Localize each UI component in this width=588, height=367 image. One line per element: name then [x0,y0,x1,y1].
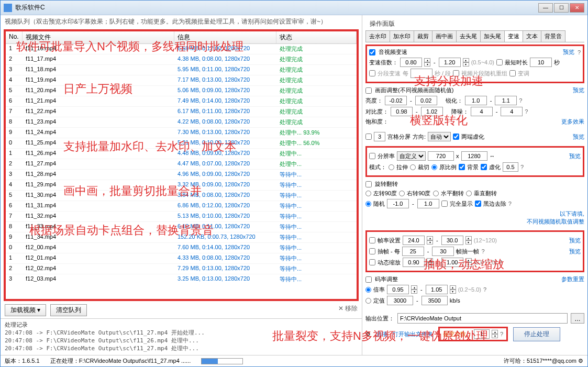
clear-queue-button[interactable]: 清空队列 [50,304,87,316]
tab-0[interactable]: 去水印 [365,30,390,42]
maximize-button[interactable]: ☐ [554,3,569,13]
left90-radio[interactable] [365,191,371,196]
tone-checkbox[interactable] [509,70,516,76]
load-video-button[interactable]: 加载视频 [5,304,46,316]
help-icon[interactable]: ? [483,286,486,293]
table-row[interactable]: 0f12_00.mp47.60 MB, 0:14.00, 1280x720等待中… [6,243,357,253]
tab-7[interactable]: 文本 [523,30,541,42]
open-folder-link[interactable]: 打开输出文件夹 [393,330,433,338]
stretch-radio[interactable] [389,164,394,170]
minlen-input[interactable] [530,58,552,67]
crop-radio[interactable] [410,164,416,170]
help-icon[interactable]: ? [500,331,503,337]
scale-from[interactable] [403,258,425,267]
grid-dir-select[interactable]: 自动 [428,132,451,141]
swap-icon[interactable]: ↔ [490,153,495,159]
hflip-radio[interactable] [433,191,439,196]
rotate-checkbox[interactable] [365,181,372,187]
denoise-from[interactable] [471,107,493,116]
tab-4[interactable]: 去头尾 [456,30,481,42]
table-row[interactable]: 5f11_20.mp45.06 MB, 0:09.00, 1280x720处理完… [6,86,357,96]
seg-speed-checkbox[interactable] [369,70,375,76]
col-header-status[interactable]: 状态 [276,31,357,43]
extract-checkbox[interactable] [369,248,375,254]
browse-button[interactable]: ... [571,313,584,324]
random-rot-radio[interactable] [365,201,371,207]
spinner[interactable]: ▴▾ [424,58,430,66]
close-button[interactable]: ✕ [570,3,584,13]
speed-to-input[interactable] [439,58,461,67]
help-icon[interactable]: ? [499,259,502,265]
table-row[interactable]: 2f11_27.mp44.47 MB, 0:07.00, 1280x720处理中… [6,159,357,170]
res-w-input[interactable] [428,151,454,161]
bright-to[interactable] [415,96,437,105]
blur-checkbox[interactable] [481,164,487,170]
fission-input[interactable] [474,329,490,339]
res-h-input[interactable] [461,151,487,161]
grid-num[interactable] [374,132,385,141]
help-icon[interactable]: ? [525,108,528,115]
keep-radio[interactable] [431,164,437,170]
table-row[interactable]: 7f11_22.mp46.17 MB, 0:11.00, 1280x720处理完… [6,107,357,117]
tab-3[interactable]: 画中画 [432,30,457,42]
fade-checkbox[interactable] [453,134,459,140]
tab-5[interactable]: 加头尾 [480,30,505,42]
table-row[interactable]: 9f11_34.mp4152.20 KB, 0:00.73, 1280x720等… [6,232,357,243]
bitrate-checkbox[interactable] [365,276,372,283]
table-row[interactable]: 1f11_26.mp44.48 MB, 0:09.00, 1280x720处理中… [6,149,357,159]
minlen-checkbox[interactable] [496,59,503,65]
denoise-to[interactable] [501,107,523,116]
fps-preview-link[interactable]: 预览 [569,237,581,244]
fixed-to[interactable] [421,296,448,305]
contrast-to[interactable] [421,107,443,116]
table-row[interactable]: 9f11_24.mp47.30 MB, 0:13.00, 1280x720处理中… [6,128,357,138]
table-row[interactable]: 5f11_30.mp43.84 MB, 0:08.00, 1280x720等待中… [6,191,357,201]
rate-radio[interactable] [365,287,371,293]
table-row[interactable]: 3f11_28.mp44.96 MB, 0:09.00, 1280x720等待中… [6,170,357,180]
minimize-button[interactable]: — [538,3,553,13]
table-row[interactable]: 0f11_25.mp45.31 MB, 0:10.00, 1280x720处理中… [6,138,357,149]
help-icon[interactable]: ? [519,97,522,104]
help-icon[interactable]: ? [481,248,484,254]
adjust-preview-link[interactable]: 预览 [573,86,584,94]
rate-to[interactable] [426,285,448,294]
grid-checkbox[interactable] [365,134,372,140]
tab-6[interactable]: 变速 [504,30,523,42]
res-checkbox[interactable] [369,153,375,159]
scale-to[interactable] [441,258,463,267]
border-checkbox[interactable] [475,201,481,207]
rot-to[interactable] [417,199,439,208]
speed-checkbox[interactable] [369,49,375,55]
table-row[interactable]: 4f11_29.mp43.32 MB, 0:09.00, 1280x720等待中… [6,180,357,191]
res-preview-link[interactable]: 预览 [569,152,581,160]
table-row[interactable]: 3f11_18.mp45.95 MB, 0:11.00, 1280x720处理完… [6,65,357,75]
table-row[interactable]: 2f12_02.mp47.29 MB, 0:13.00, 1280x720等待中… [6,264,357,274]
extract-to[interactable] [432,247,454,256]
fixed-radio[interactable] [365,298,371,304]
table-row[interactable]: 7f11_32.mp45.13 MB, 0:10.00, 1280x720等待中… [6,212,357,222]
full-checkbox[interactable] [441,201,448,207]
table-row[interactable]: 1f11_16.mp46.59 MB, 0:12.00, 1280x720处理完… [6,44,357,54]
blur-input[interactable] [503,162,518,172]
extract-preview-link[interactable]: 预览 [569,248,581,255]
table-row[interactable]: 6f11_21.mp47.49 MB, 0:14.00, 1280x720处理完… [6,96,357,107]
sharp-from[interactable] [465,96,487,105]
random-checkbox[interactable] [453,70,459,76]
param-reset-link[interactable]: 参数重置 [561,275,584,283]
table-row[interactable]: 4f11_19.mp47.17 MB, 0:13.00, 1280x720处理完… [6,75,357,86]
tab-2[interactable]: 裁剪 [414,30,432,42]
table-row[interactable]: 6f11_31.mp46.86 MB, 0:12.00, 1280x720等待中… [6,201,357,212]
col-header-file[interactable]: 视频文件 [23,31,174,43]
tab-8[interactable]: 背景音 [541,30,565,42]
remove-button[interactable]: ✕ 移除 [338,304,358,316]
stop-button[interactable]: 停止处理 [513,327,560,341]
bg-checkbox[interactable] [459,164,465,170]
options-link[interactable]: 选项 [376,330,387,338]
right90-radio[interactable] [399,191,405,196]
rot-from[interactable] [387,199,409,208]
speed-preview-link[interactable]: 预览 [563,48,574,56]
adjust-checkbox[interactable] [365,87,372,94]
scale-checkbox[interactable] [369,259,375,265]
rate-from[interactable] [387,285,409,294]
spinner[interactable]: ▴▾ [463,58,469,66]
